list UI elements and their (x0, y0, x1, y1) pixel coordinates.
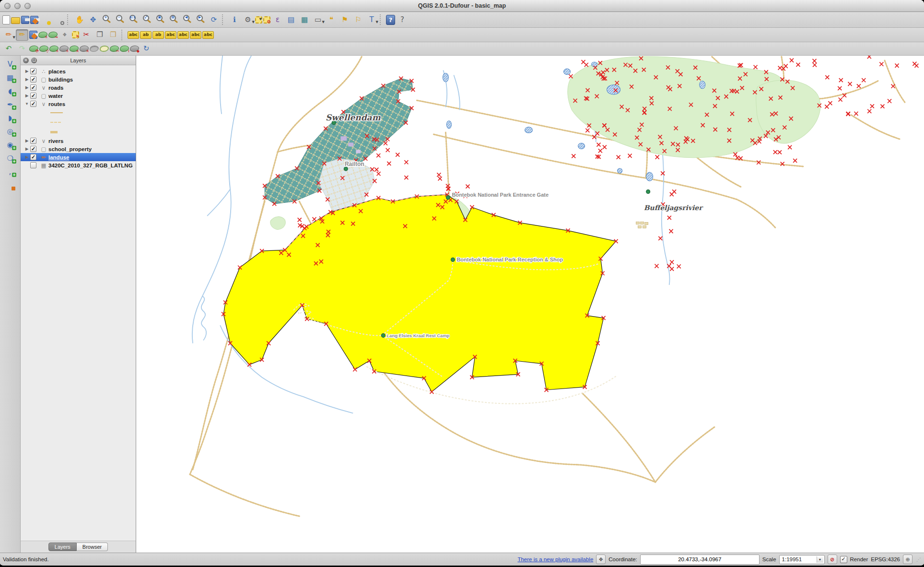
coordinate-input[interactable] (640, 555, 760, 565)
layer-row-places[interactable]: ▶✓∴places (21, 67, 136, 75)
open-project-icon[interactable] (11, 17, 20, 24)
rotate-label-icon[interactable]: ab (152, 31, 164, 39)
show-hide-labels-icon[interactable]: abc (165, 31, 176, 39)
identify-features-icon[interactable]: ℹ (228, 14, 241, 25)
add-wms-layer-icon[interactable]: ◎+ (4, 126, 16, 137)
visibility-checkbox[interactable]: ✓ (30, 84, 36, 91)
map-tips-icon[interactable]: ❝ (325, 14, 338, 25)
entrance-gate-point[interactable] (446, 196, 450, 200)
visibility-checkbox[interactable]: ✓ (30, 68, 36, 74)
node-tool-icon[interactable]: ⌖ (58, 29, 71, 41)
refresh-map-icon[interactable]: ⟳ (208, 14, 220, 25)
move-label-icon[interactable]: ab (140, 31, 152, 39)
close-button[interactable] (4, 3, 11, 9)
new-shapefile-layer-icon[interactable] (4, 179, 16, 191)
expander-icon[interactable]: ▼ (23, 102, 30, 106)
add-wfs-layer-icon[interactable]: ❍+ (4, 153, 16, 164)
add-mssql-layer-icon[interactable]: ◗+ (4, 112, 16, 124)
zoom-out-icon[interactable]: − (114, 14, 126, 25)
toggle-editing-icon[interactable]: ✏ (16, 29, 28, 41)
split-features-icon[interactable]: ✂ (110, 46, 119, 52)
layer-row-school_property[interactable]: ▶✓▢school_property (21, 145, 136, 153)
delete-selected-icon[interactable]: ✕ (72, 31, 79, 38)
rotate-point-symbols-icon[interactable]: ↻ (140, 43, 152, 55)
tab-layers[interactable]: Layers (48, 543, 77, 551)
minimize-button[interactable] (14, 3, 21, 9)
pan-map-icon[interactable]: ✋ (73, 14, 86, 25)
zoom-last-icon[interactable]: ◀ (181, 14, 193, 25)
merge-features-icon[interactable]: ◆ (130, 46, 139, 52)
expander-icon[interactable]: ▶ (23, 147, 30, 151)
deselect-features-icon[interactable]: ⊘ (263, 16, 270, 24)
change-label-icon[interactable]: abc (202, 31, 214, 39)
field-calculator-icon[interactable]: ▦ (298, 14, 311, 25)
add-ring-icon[interactable]: ✳ (49, 46, 58, 52)
crs-status-icon[interactable]: ⊕ (903, 555, 912, 564)
add-part-icon[interactable]: ✳ (59, 46, 69, 52)
show-bookmarks-icon[interactable]: ⚐ (352, 14, 364, 25)
zoom-full-icon[interactable]: ⤢ (140, 14, 153, 25)
layer-row-roads[interactable]: ▶✓∨roads (21, 83, 136, 92)
zoom-in-icon[interactable]: + (100, 14, 113, 25)
new-bookmark-icon[interactable]: ⚑ (339, 14, 351, 25)
titlebar[interactable]: QGIS 2.0.1-Dufour - basic_map (0, 0, 924, 12)
split-parts-icon[interactable]: ≀ (120, 46, 129, 52)
new-print-composer-icon[interactable] (39, 14, 52, 25)
scale-combo[interactable]: 1:19951 ▼ (779, 555, 825, 564)
layer-row-buildings[interactable]: ▶✓▢buildings (21, 75, 136, 83)
measure-line-icon[interactable]: ▭▼ (312, 14, 324, 25)
offset-curve-icon[interactable] (100, 46, 109, 52)
expander-icon[interactable]: ▶ (23, 69, 30, 73)
pin-unpin-labels-icon[interactable]: abc (177, 31, 189, 39)
add-raster-layer-icon[interactable]: ▦+ (4, 72, 16, 83)
copy-features-icon[interactable]: ❐ (94, 29, 106, 41)
composer-manager-icon[interactable] (53, 14, 65, 25)
move-feature-icon[interactable]: → (48, 32, 58, 38)
visibility-checkbox[interactable]: ✓ (30, 154, 36, 160)
select-features-icon[interactable]: ▼ (255, 16, 262, 24)
labeling-icon[interactable]: abc (128, 31, 139, 39)
add-wcs-layer-icon[interactable]: ◉+ (4, 139, 16, 151)
rest-camp-point[interactable] (381, 333, 385, 337)
visibility-checkbox[interactable]: ✓ (30, 101, 36, 107)
maximize-button[interactable] (24, 3, 31, 9)
zoom-to-selection-icon[interactable]: ▣ (154, 14, 166, 25)
tab-browser[interactable]: Browser (77, 543, 108, 551)
visibility-checkbox[interactable]: ✓ (30, 93, 36, 99)
layer-row-water[interactable]: ▶✓▢water (21, 92, 136, 100)
zoom-to-layer-icon[interactable]: ▤ (167, 14, 180, 25)
select-by-expression-icon[interactable]: ε (271, 14, 284, 25)
delete-ring-icon[interactable]: ✕ (70, 46, 79, 52)
render-checkbox[interactable]: ✓ (840, 556, 847, 563)
save-project-as-icon[interactable] (30, 16, 38, 24)
plugin-icon[interactable]: ❖ (596, 555, 606, 564)
expander-icon[interactable]: ▶ (23, 85, 30, 90)
layer-row-landuse[interactable]: ▶✓✏landuse (21, 153, 136, 161)
visibility-checkbox[interactable]: ✓ (30, 146, 36, 152)
help-contents-icon[interactable]: ? (386, 15, 395, 25)
redo-icon[interactable]: ↷ (16, 43, 28, 55)
visibility-checkbox[interactable]: ✓ (30, 138, 36, 144)
zoom-next-icon[interactable]: ▶ (194, 14, 207, 25)
pan-to-selection-icon[interactable]: ✥ (87, 14, 99, 25)
resize-grip[interactable]: ⋰ (916, 557, 921, 562)
text-annotation-icon[interactable]: T▼ (365, 14, 378, 25)
visibility-checkbox[interactable] (30, 162, 36, 168)
add-feature-icon[interactable]: ✳ (38, 32, 47, 38)
expander-icon[interactable]: ▶ (23, 155, 30, 159)
expander-icon[interactable]: ▶ (23, 77, 30, 82)
zoom-native-icon[interactable]: 1:1 (127, 14, 140, 25)
paste-features-icon[interactable]: ❒ (107, 29, 119, 41)
open-attribute-table-icon[interactable]: ▤ (285, 14, 297, 25)
layer-row-rivers[interactable]: ▶✓∨rivers (21, 137, 136, 145)
add-delimited-text-layer-icon[interactable]: ,+ (4, 166, 16, 177)
run-feature-action-icon[interactable]: ⚙▼ (242, 14, 254, 25)
railton-point[interactable] (344, 167, 348, 171)
simplify-feature-icon[interactable]: ▽ (39, 46, 48, 52)
reception-point[interactable] (451, 258, 455, 261)
stop-render-icon[interactable]: ⊘ (828, 555, 837, 564)
new-project-icon[interactable] (2, 15, 10, 24)
visibility-checkbox[interactable]: ✓ (30, 76, 36, 83)
highlight-pinned-labels-icon[interactable]: abc (190, 31, 201, 39)
cut-features-icon[interactable]: ✂ (80, 29, 93, 41)
